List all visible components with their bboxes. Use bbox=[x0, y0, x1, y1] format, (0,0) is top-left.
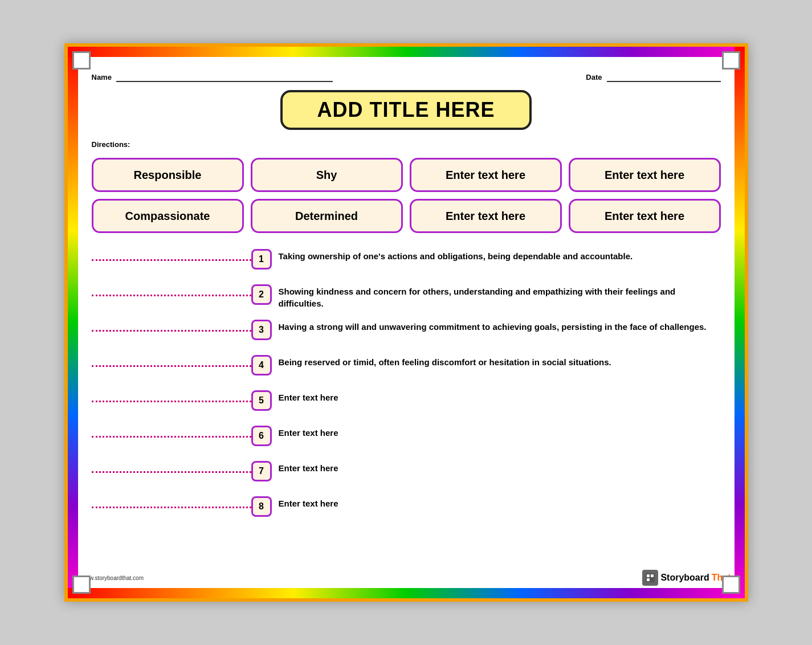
word-box-5[interactable]: Compassionate bbox=[92, 199, 244, 233]
title-box[interactable]: ADD TITLE HERE bbox=[280, 90, 531, 130]
title-text: ADD TITLE HERE bbox=[317, 98, 495, 121]
worksheet-page: Name Date ADD TITLE HERE Directions: Res… bbox=[64, 43, 748, 602]
word-box-3[interactable]: Enter text here bbox=[410, 158, 562, 192]
svg-rect-2 bbox=[651, 574, 654, 577]
name-label: Name bbox=[92, 73, 112, 81]
match-row-7: 7Enter text here bbox=[92, 461, 721, 492]
corner-bottom-left bbox=[72, 575, 91, 594]
match-row-8: 8Enter text here bbox=[92, 496, 721, 527]
word-box-2[interactable]: Shy bbox=[251, 158, 403, 192]
top-border bbox=[68, 47, 745, 57]
match-row-1: 1Taking ownership of one's actions and o… bbox=[92, 249, 721, 280]
bottom-border bbox=[68, 588, 745, 598]
match-text-3[interactable]: Having a strong will and unwavering comm… bbox=[279, 320, 721, 333]
number-badge-4: 4 bbox=[251, 355, 272, 375]
date-line bbox=[607, 72, 721, 82]
date-label: Date bbox=[586, 73, 602, 81]
page-content: Name Date ADD TITLE HERE Directions: Res… bbox=[78, 57, 735, 541]
match-row-3: 3Having a strong will and unwavering com… bbox=[92, 320, 721, 350]
match-row-6: 6Enter text here bbox=[92, 426, 721, 456]
title-container: ADD TITLE HERE bbox=[92, 90, 721, 130]
number-badge-5: 5 bbox=[251, 390, 272, 411]
word-box-1[interactable]: Responsible bbox=[92, 158, 244, 192]
dotted-line-3 bbox=[92, 330, 251, 332]
word-box-6[interactable]: Determined bbox=[251, 199, 403, 233]
name-line bbox=[116, 72, 333, 82]
word-box-7[interactable]: Enter text here bbox=[410, 199, 562, 233]
dotted-line-4 bbox=[92, 365, 251, 367]
match-text-5[interactable]: Enter text here bbox=[279, 390, 721, 403]
logo-icon bbox=[642, 570, 658, 586]
corner-bottom-right bbox=[722, 575, 740, 594]
corner-top-right bbox=[722, 51, 740, 70]
date-field: Date bbox=[586, 72, 720, 82]
matching-list: 1Taking ownership of one's actions and o… bbox=[92, 249, 721, 532]
match-text-2[interactable]: Showing kindness and concern for others,… bbox=[279, 284, 721, 309]
dotted-line-7 bbox=[92, 471, 251, 473]
match-text-8[interactable]: Enter text here bbox=[279, 496, 721, 509]
match-text-4[interactable]: Being reserved or timid, often feeling d… bbox=[279, 355, 721, 368]
number-badge-8: 8 bbox=[251, 496, 272, 517]
svg-rect-1 bbox=[647, 574, 650, 577]
corner-top-left bbox=[72, 51, 91, 70]
dotted-line-2 bbox=[92, 295, 251, 296]
word-box-4[interactable]: Enter text here bbox=[569, 158, 721, 192]
number-badge-1: 1 bbox=[251, 249, 272, 270]
logo-storyboard: Storyboard bbox=[660, 573, 709, 583]
number-badge-7: 7 bbox=[251, 461, 272, 481]
match-row-5: 5Enter text here bbox=[92, 390, 721, 421]
dotted-line-6 bbox=[92, 436, 251, 438]
directions-label: Directions: bbox=[92, 140, 721, 149]
word-grid: ResponsibleShyEnter text hereEnter text … bbox=[92, 158, 721, 233]
svg-rect-3 bbox=[647, 578, 650, 581]
name-date-row: Name Date bbox=[92, 66, 721, 82]
match-text-1[interactable]: Taking ownership of one's actions and ob… bbox=[279, 249, 721, 262]
name-field: Name bbox=[92, 72, 333, 82]
number-badge-3: 3 bbox=[251, 320, 272, 340]
match-text-6[interactable]: Enter text here bbox=[279, 426, 721, 439]
dotted-line-1 bbox=[92, 259, 251, 261]
footer-url: www.storyboardthat.com bbox=[81, 575, 144, 581]
footer: www.storyboardthat.com Storyboard That bbox=[81, 570, 731, 586]
match-row-4: 4Being reserved or timid, often feeling … bbox=[92, 355, 721, 386]
word-box-8[interactable]: Enter text here bbox=[569, 199, 721, 233]
number-badge-2: 2 bbox=[251, 284, 272, 305]
dotted-line-5 bbox=[92, 401, 251, 402]
match-row-2: 2Showing kindness and concern for others… bbox=[92, 284, 721, 315]
footer-logo: Storyboard That bbox=[642, 570, 731, 586]
dotted-line-8 bbox=[92, 507, 251, 508]
number-badge-6: 6 bbox=[251, 426, 272, 446]
match-text-7[interactable]: Enter text here bbox=[279, 461, 721, 474]
